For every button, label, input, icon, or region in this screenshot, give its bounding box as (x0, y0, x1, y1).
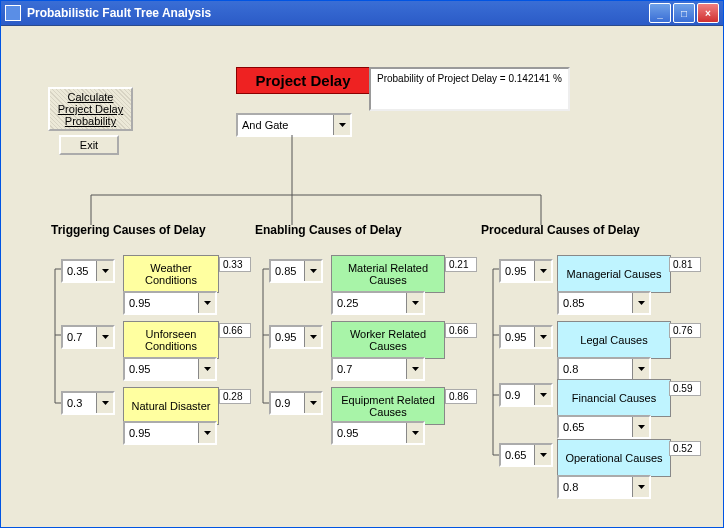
chevron-down-icon (406, 293, 423, 313)
chevron-down-icon (534, 385, 551, 405)
enab-1-p-select[interactable]: 0.95 (269, 325, 323, 349)
trig-0-result: 0.33 (219, 257, 251, 272)
trig-2-result: 0.28 (219, 389, 251, 404)
chevron-down-icon (534, 261, 551, 281)
chevron-down-icon (198, 293, 215, 313)
proc-3-result: 0.52 (669, 441, 701, 456)
enab-1-cause: Worker Related Causes (331, 321, 445, 359)
proc-0-result: 0.81 (669, 257, 701, 272)
chevron-down-icon (632, 359, 649, 379)
trig-1-p-select[interactable]: 0.7 (61, 325, 115, 349)
chevron-down-icon (198, 423, 215, 443)
window-title: Probabilistic Fault Tree Analysis (27, 6, 649, 20)
chevron-down-icon (632, 293, 649, 313)
chevron-down-icon (304, 261, 321, 281)
enab-2-cause: Equipment Related Causes (331, 387, 445, 425)
chevron-down-icon (406, 423, 423, 443)
trig-2-cause: Natural Disaster (123, 387, 219, 425)
chevron-down-icon (632, 417, 649, 437)
chevron-down-icon (534, 327, 551, 347)
proc-2-result: 0.59 (669, 381, 701, 396)
proc-2-p-select[interactable]: 0.9 (499, 383, 553, 407)
root-node: Project Delay (236, 67, 370, 94)
enab-2-q-select[interactable]: 0.95 (331, 421, 425, 445)
enab-1-q-select[interactable]: 0.7 (331, 357, 425, 381)
section-title-enabling: Enabling Causes of Delay (255, 223, 402, 237)
minimize-button[interactable]: _ (649, 3, 671, 23)
chevron-down-icon (96, 261, 113, 281)
proc-2-cause: Financial Causes (557, 379, 671, 417)
enab-2-p-select[interactable]: 0.9 (269, 391, 323, 415)
chevron-down-icon (198, 359, 215, 379)
proc-3-p-select[interactable]: 0.65 (499, 443, 553, 467)
enab-2-result: 0.86 (445, 389, 477, 404)
app-icon (5, 5, 21, 21)
app-window: Probabilistic Fault Tree Analysis _ □ × … (0, 0, 724, 528)
chevron-down-icon (304, 327, 321, 347)
section-title-procedural: Procedural Causes of Delay (481, 223, 640, 237)
trig-0-p-select[interactable]: 0.35 (61, 259, 115, 283)
chevron-down-icon (406, 359, 423, 379)
proc-0-cause: Managerial Causes (557, 255, 671, 293)
trig-1-cause: Unforseen Conditions (123, 321, 219, 359)
enab-0-result: 0.21 (445, 257, 477, 272)
proc-1-p-select[interactable]: 0.95 (499, 325, 553, 349)
trig-1-result: 0.66 (219, 323, 251, 338)
trig-1-q-select[interactable]: 0.95 (123, 357, 217, 381)
enab-0-cause: Material Related Causes (331, 255, 445, 293)
chevron-down-icon (304, 393, 321, 413)
proc-2-q-select[interactable]: 0.65 (557, 415, 651, 439)
chevron-down-icon (96, 393, 113, 413)
chevron-down-icon (333, 115, 350, 135)
proc-1-result: 0.76 (669, 323, 701, 338)
trig-0-cause: Weather Conditions (123, 255, 219, 293)
enab-0-p-select[interactable]: 0.85 (269, 259, 323, 283)
calculate-button[interactable]: Calculate Project Delay Probability (48, 87, 133, 131)
content-area: Calculate Project Delay Probability Exit… (1, 25, 723, 527)
maximize-button[interactable]: □ (673, 3, 695, 23)
chevron-down-icon (632, 477, 649, 497)
proc-0-q-select[interactable]: 0.85 (557, 291, 651, 315)
root-gate-select[interactable]: And Gate (236, 113, 352, 137)
enab-0-q-select[interactable]: 0.25 (331, 291, 425, 315)
proc-1-cause: Legal Causes (557, 321, 671, 359)
probability-display: Probability of Project Delay = 0.142141 … (369, 67, 570, 111)
proc-0-p-select[interactable]: 0.95 (499, 259, 553, 283)
trig-2-q-select[interactable]: 0.95 (123, 421, 217, 445)
proc-3-q-select[interactable]: 0.8 (557, 475, 651, 499)
trig-0-q-select[interactable]: 0.95 (123, 291, 217, 315)
exit-button[interactable]: Exit (59, 135, 119, 155)
proc-3-cause: Operational Causes (557, 439, 671, 477)
enab-1-result: 0.66 (445, 323, 477, 338)
chevron-down-icon (96, 327, 113, 347)
chevron-down-icon (534, 445, 551, 465)
section-title-triggering: Triggering Causes of Delay (51, 223, 206, 237)
close-button[interactable]: × (697, 3, 719, 23)
trig-2-p-select[interactable]: 0.3 (61, 391, 115, 415)
proc-1-q-select[interactable]: 0.8 (557, 357, 651, 381)
titlebar: Probabilistic Fault Tree Analysis _ □ × (1, 1, 723, 26)
